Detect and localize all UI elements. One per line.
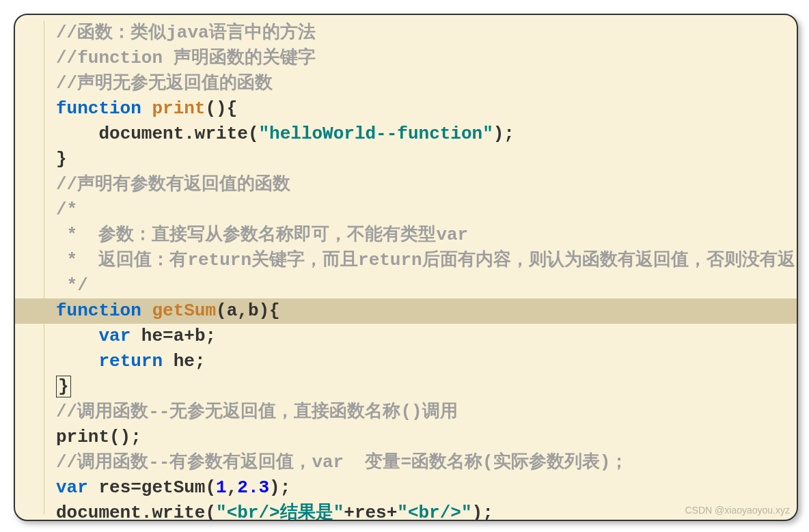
code-screenshot: //函数：类似java语言中的方法//function 声明函数的关键字//声明… — [14, 14, 798, 521]
token-funcname: print — [152, 98, 205, 119]
token-punct — [88, 477, 99, 498]
watermark-text: CSDN @xiaoyaoyou.xyz — [685, 505, 791, 516]
code-line: var he=a+b; — [56, 324, 797, 349]
token-keyword: function — [56, 98, 141, 119]
token-punct: = — [163, 326, 174, 346]
token-ident: a — [174, 326, 184, 346]
token-ident: he — [174, 351, 195, 372]
token-punct: ); — [472, 503, 493, 521]
token-punct: ( — [205, 477, 216, 498]
token-punct: ( — [248, 124, 259, 144]
token-punct: . — [184, 124, 195, 144]
token-ident: he — [141, 326, 163, 346]
token-punct — [141, 98, 152, 119]
token-keyword: var — [98, 326, 131, 346]
code-line: //function 声明函数的关键字 — [56, 46, 797, 71]
token-punct: } — [58, 376, 69, 397]
token-punct: , — [237, 300, 248, 321]
token-punct: + — [387, 503, 398, 521]
token-punct: ( — [205, 503, 216, 521]
gutter-divider — [44, 20, 44, 514]
code-line: /* — [56, 197, 797, 223]
token-punct: (){ — [205, 98, 237, 119]
token-comment: /* — [56, 199, 77, 220]
code-line: //函数：类似java语言中的方法 — [56, 20, 797, 46]
token-punct: } — [56, 149, 67, 169]
token-keyword: return — [98, 351, 163, 372]
token-funcname: getSum — [152, 300, 216, 321]
token-method: write — [152, 503, 205, 521]
token-punct: ); — [493, 124, 515, 144]
token-punct: (); — [109, 427, 141, 447]
token-keyword: var — [56, 477, 88, 498]
token-ident: document — [56, 503, 141, 521]
code-line: function getSum(a,b){ — [15, 298, 797, 324]
token-punct — [163, 351, 174, 372]
token-ident: res — [355, 503, 387, 521]
token-punct: + — [344, 503, 355, 521]
code-line: document.write("helloWorld--function"); — [56, 122, 797, 147]
code-line: //声明有参数有返回值的函数 — [56, 172, 797, 197]
token-comment: * 返回值：有return关键字，而且return后面有内容，则认为函数有返回值… — [56, 250, 798, 270]
token-comment: //调用函数--有参数有返回值，var 变量=函数名称(实际参数列表)； — [56, 452, 628, 473]
cursor-position: } — [56, 376, 71, 397]
token-punct: ; — [206, 326, 217, 346]
code-line: } — [56, 147, 797, 172]
token-comment: //调用函数--无参无返回值，直接函数名称()调用 — [56, 402, 458, 422]
token-punct: , — [227, 477, 238, 498]
token-comment: //function 声明函数的关键字 — [56, 48, 316, 68]
code-line: //调用函数--有参数有返回值，var 变量=函数名称(实际参数列表)； — [56, 450, 797, 475]
token-comment: //函数：类似java语言中的方法 — [56, 23, 316, 43]
token-punct: + — [184, 326, 195, 346]
token-comment: //声明无参无返回值的函数 — [56, 73, 273, 94]
token-comment: */ — [56, 275, 88, 296]
code-line: print(); — [56, 425, 797, 450]
token-ident: a — [227, 300, 238, 321]
token-punct: ){ — [259, 300, 280, 321]
code-line: */ — [56, 273, 797, 298]
token-string: "<br/>结果是" — [216, 503, 344, 521]
token-punct — [131, 326, 141, 346]
token-punct: ( — [216, 300, 227, 321]
token-comment: //声明有参数有返回值的函数 — [56, 174, 290, 195]
token-ident: getSum — [141, 477, 206, 498]
token-string: "helloWorld--function" — [258, 124, 493, 144]
token-ident: b — [195, 326, 206, 346]
code-line: return he; — [56, 349, 797, 374]
code-line: //调用函数--无参无返回值，直接函数名称()调用 — [56, 400, 797, 425]
code-block: //函数：类似java语言中的方法//function 声明函数的关键字//声明… — [15, 15, 797, 521]
token-punct: ); — [269, 477, 290, 498]
token-ident: print — [56, 427, 109, 447]
code-line: } — [56, 374, 797, 400]
token-ident: b — [248, 300, 259, 321]
token-comment: * 参数：直接写从参数名称即可，不能有类型var — [56, 225, 468, 245]
code-line: //声明无参无返回值的函数 — [56, 71, 797, 96]
token-punct — [141, 300, 152, 321]
token-punct: . — [141, 503, 152, 521]
code-line: function print(){ — [56, 96, 797, 122]
token-number: 2.3 — [237, 477, 269, 498]
token-number: 1 — [216, 477, 227, 498]
code-line: * 返回值：有return关键字，而且return后面有内容，则认为函数有返回值… — [56, 248, 797, 273]
code-line: * 参数：直接写从参数名称即可，不能有类型var — [56, 223, 797, 248]
code-line: var res=getSum(1,2.3); — [56, 475, 797, 501]
token-punct: ; — [195, 351, 206, 372]
token-ident: document — [98, 124, 184, 144]
token-ident: res — [98, 477, 131, 498]
token-punct: = — [131, 477, 141, 498]
token-keyword: function — [56, 300, 141, 321]
token-method: write — [195, 124, 248, 144]
token-string: "<br/>" — [397, 503, 471, 521]
